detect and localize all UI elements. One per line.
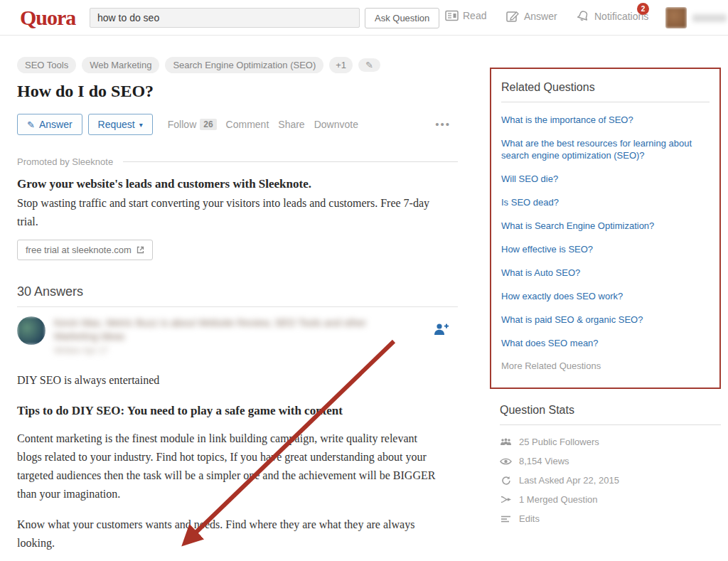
- request-button-label: Request: [98, 119, 135, 130]
- answer-paragraph: Content marketing is the finest module i…: [17, 429, 444, 503]
- stat-label: 1 Merged Question: [519, 494, 598, 505]
- divider: [17, 306, 458, 307]
- promoted-cta-label: free trial at sleeknote.com: [26, 245, 132, 255]
- follow-label: Follow: [168, 119, 196, 130]
- answer-author-avatar[interactable]: [17, 316, 46, 345]
- share-button[interactable]: Share: [278, 119, 304, 130]
- related-question-link[interactable]: How exactly does SEO work?: [501, 290, 710, 302]
- edits-icon: [500, 515, 512, 523]
- stat-views: 8,154 Views: [500, 456, 721, 466]
- question-actions-row: ✎ Answer Request ▾ Follow 26 Comment Sha…: [17, 114, 458, 135]
- promoted-row: Promoted by Sleeknote: [17, 156, 458, 167]
- chevron-down-icon: ▾: [139, 121, 143, 129]
- stat-last-asked: Last Asked Apr 22, 2015: [500, 475, 721, 486]
- pencil-icon: ✎: [27, 119, 35, 130]
- downvote-button[interactable]: Downvote: [314, 119, 358, 130]
- related-question-link[interactable]: What does SEO mean?: [501, 337, 710, 349]
- question-main-column: SEO Tools Web Marketing Search Engine Op…: [17, 57, 458, 561]
- edit-topics-icon[interactable]: ✎: [358, 58, 380, 72]
- quora-logo[interactable]: Quora: [20, 6, 75, 30]
- answer-button[interactable]: ✎ Answer: [17, 114, 82, 135]
- user-name-blurred: [692, 14, 727, 22]
- related-questions-title: Related Questions: [501, 81, 710, 94]
- answer-author-avatar-image: [17, 316, 46, 345]
- external-link-icon: [136, 246, 144, 254]
- merged-icon: [500, 495, 512, 504]
- related-question-link[interactable]: How effective is SEO?: [501, 243, 710, 255]
- right-sidebar: Related Questions What is the importance…: [490, 68, 721, 533]
- comment-button[interactable]: Comment: [226, 119, 269, 130]
- follow-button[interactable]: Follow 26: [168, 119, 217, 130]
- divider: [500, 424, 721, 425]
- question-stats-title: Question Stats: [500, 404, 721, 417]
- stat-label: Edits: [519, 513, 540, 524]
- more-related-questions-link[interactable]: More Related Questions: [501, 360, 710, 371]
- divider: [501, 102, 710, 102]
- stat-label: 8,154 Views: [519, 456, 569, 466]
- answer-author-blurred: Kevin Max, Metric Buzz is about Website …: [54, 316, 395, 343]
- answer-pencil-icon: [506, 10, 520, 22]
- question-stats-section: Question Stats 25 Public Followers 8,154…: [490, 404, 721, 524]
- topic-tag[interactable]: SEO Tools: [17, 57, 76, 73]
- user-avatar-image: [665, 7, 687, 28]
- last-asked-icon: [500, 476, 512, 486]
- answer-button-label: Answer: [39, 119, 73, 130]
- read-icon: [445, 10, 459, 21]
- stat-label: 25 Public Followers: [519, 437, 599, 447]
- notifications-bell-icon: [576, 10, 590, 23]
- follow-author-icon[interactable]: [432, 322, 449, 336]
- topic-tags-row: SEO Tools Web Marketing Search Engine Op…: [17, 57, 458, 73]
- nav-answer-label: Answer: [524, 11, 557, 22]
- user-avatar[interactable]: [665, 7, 687, 28]
- answer-heading: Tips to do DIY SEO: You need to play a s…: [17, 404, 458, 418]
- nav-answer[interactable]: Answer: [506, 10, 557, 22]
- followers-icon: [500, 437, 512, 447]
- question-title: How do I do SEO?: [17, 82, 458, 101]
- related-question-link[interactable]: Is SEO dead?: [501, 196, 710, 208]
- more-options-icon[interactable]: •••: [435, 118, 451, 130]
- related-question-link[interactable]: What is Search Engine Optimization?: [501, 220, 710, 232]
- ask-question-button[interactable]: Ask Question: [365, 8, 439, 28]
- stat-merged-question: 1 Merged Question: [500, 494, 721, 505]
- nav-read[interactable]: Read: [445, 10, 486, 21]
- notification-count-badge[interactable]: 2: [637, 3, 649, 15]
- topic-tag[interactable]: Search Engine Optimization (SEO): [165, 57, 323, 73]
- stat-label: Last Asked Apr 22, 2015: [519, 475, 619, 486]
- follow-count: 26: [200, 119, 216, 130]
- top-nav-bar: Quora Ask Question Read Answer Notificat…: [0, 0, 728, 36]
- nav-read-label: Read: [463, 10, 486, 21]
- promoted-label: Promoted by Sleeknote: [17, 156, 113, 167]
- search-input[interactable]: [90, 8, 360, 28]
- answer-paragraph: DIY SEO is always entertained: [17, 371, 444, 390]
- related-question-link[interactable]: What is Auto SEO?: [501, 267, 710, 279]
- related-question-link[interactable]: What are the best resources for learning…: [501, 137, 710, 161]
- topic-tag[interactable]: Web Marketing: [82, 57, 159, 73]
- request-button[interactable]: Request ▾: [88, 114, 153, 135]
- related-questions-highlight-box: Related Questions What is the importance…: [490, 68, 721, 389]
- answer-paragraph: Know what your customers wants and needs…: [17, 515, 444, 552]
- nav-notifications[interactable]: Notifications 2: [576, 10, 648, 23]
- related-question-link[interactable]: Will SEO die?: [501, 173, 710, 185]
- views-icon: [500, 457, 512, 466]
- stat-edits: Edits: [500, 513, 721, 524]
- related-question-link[interactable]: What is the importance of SEO?: [501, 114, 710, 126]
- answer-author-block: Kevin Max, Metric Buzz is about Website …: [54, 316, 395, 356]
- answer-meta-blurred: Written Apr 17: [54, 346, 395, 356]
- related-question-link[interactable]: What is paid SEO & organic SEO?: [501, 314, 710, 326]
- promoted-headline: Grow your website's leads and customers …: [17, 177, 458, 191]
- stat-public-followers: 25 Public Followers: [500, 437, 721, 447]
- more-tags-pill[interactable]: +1: [329, 57, 353, 73]
- answers-count: 30 Answers: [17, 284, 458, 299]
- promoted-cta-button[interactable]: free trial at sleeknote.com: [17, 240, 153, 260]
- divider: [123, 161, 458, 162]
- promoted-body: Stop wasting traffic and start convertin…: [17, 194, 444, 231]
- answer-author-row: Kevin Max, Metric Buzz is about Website …: [17, 316, 458, 356]
